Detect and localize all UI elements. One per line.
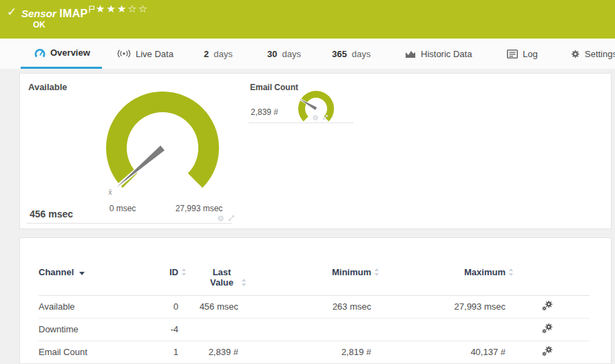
channel-last-value: 456 msec [178,295,238,318]
sensor-header: ✓ Sensor IMAP ★★★☆☆ OK [0,0,615,39]
channels-table: Channel ID Last Value Minimum Maximum [39,261,590,363]
channel-id: 1 [140,341,178,363]
tab-label: Overview [50,47,90,58]
tab-label: Log [523,49,538,59]
gears-icon [542,345,553,356]
sensor-title-prefix: Sensor [21,8,56,19]
tab-settings[interactable]: Settings [571,39,615,69]
channel-last-value [178,318,238,341]
gauge-corner-actions [312,114,329,121]
column-header-maximum[interactable]: Maximum [371,261,505,295]
flag-icon [89,6,95,13]
tab-30-days[interactable]: 30 days [267,39,301,69]
sensor-title: Sensor IMAP [21,6,95,20]
available-gauge: x̄ [94,83,231,203]
channel-minimum [238,318,371,341]
tab-bar: Overview Live Data 2 days 30 days 365 da… [0,39,615,69]
gauge-title-email-count: Email Count [250,83,298,92]
column-label: Maximum [464,267,505,277]
channel-maximum [371,318,505,341]
gauge-icon [34,48,45,58]
table-row: Available 0 456 msec 263 msec 27,993 mse… [39,295,590,318]
tab-historic-data[interactable]: Historic Data [405,39,472,69]
stars-empty[interactable]: ☆☆ [127,3,149,14]
column-header-id[interactable]: ID [140,261,178,295]
priority-stars[interactable]: ★★★☆☆ [96,3,149,15]
tab-label: Historic Data [421,49,472,59]
column-label: Channel [39,267,74,277]
gauge-settings-icon[interactable] [217,215,225,222]
channel-name[interactable]: Email Count [39,341,140,363]
tab-2-days[interactable]: 2 days [204,39,233,69]
gauge-arc [106,92,219,188]
tab-unit: days [352,49,371,59]
channel-maximum: 40,137 # [371,341,505,363]
channel-id: -4 [140,318,178,341]
gauge-corner-actions [217,215,235,222]
area-chart-icon [405,50,416,58]
column-header-last-value[interactable]: Last Value [178,261,238,295]
tab-live-data[interactable]: Live Data [117,39,174,69]
gears-icon [542,323,553,334]
channel-minimum: 263 msec [238,295,371,318]
tab-number: 2 [204,49,209,59]
sort-icon [374,268,379,277]
live-broadcast-icon [117,50,131,58]
sort-icon [241,278,247,287]
status-ok-check-icon: ✓ [7,5,17,19]
column-label: Minimum [332,267,371,277]
tab-overview[interactable]: Overview [21,39,102,69]
channel-minimum: 2,819 # [238,341,371,363]
gauge-title-available: Available [28,82,67,92]
channel-settings-button[interactable] [542,300,553,311]
channel-name[interactable]: Downtime [39,318,140,341]
tab-log[interactable]: Log [507,39,538,69]
log-list-icon [507,50,518,58]
gears-icon [542,300,553,311]
sort-icon [508,268,514,277]
gauge-min-label: 0 msec [103,204,142,213]
gear-icon [571,50,580,58]
column-label: ID [169,267,178,277]
tab-label: Live Data [136,49,174,59]
channel-maximum: 27,993 msec [371,295,505,318]
tab-365-days[interactable]: 365 days [332,39,371,69]
column-header-actions [505,261,590,295]
channel-name[interactable]: Available [39,295,140,318]
sensor-name: IMAP [59,8,87,19]
average-marker: x̄ [109,189,112,196]
gauges-panel: Available x̄ 0 msec 27,993 msec 456 msec… [19,73,612,229]
status-badge: OK [33,20,45,30]
column-header-channel[interactable]: Channel [39,261,140,295]
sort-desc-icon [79,272,85,275]
column-header-minimum[interactable]: Minimum [238,261,371,295]
gauge-expand-icon[interactable] [322,114,329,120]
column-label: Last Value [210,267,233,288]
channels-panel: Channel ID Last Value Minimum Maximum [19,237,612,364]
channel-settings-button[interactable] [542,323,553,334]
email-gauge-current-value: 2,839 # [251,107,278,117]
gauge-max-label: 27,993 msec [158,204,240,213]
gauge-expand-icon[interactable] [228,215,235,222]
divider [27,223,232,224]
tab-number: 30 [267,49,277,59]
table-header-row: Channel ID Last Value Minimum Maximum [39,261,590,295]
stars-filled[interactable]: ★★★ [96,3,127,14]
tab-unit: days [282,49,300,59]
channel-id: 0 [140,295,178,318]
gauge-current-value: 456 msec [30,208,73,220]
tab-unit: days [213,49,232,59]
channel-settings-button[interactable] [542,345,553,356]
channel-last-value: 2,839 # [178,341,238,363]
tab-number: 365 [332,49,347,59]
gauge-settings-icon[interactable] [312,114,319,121]
table-row: Downtime -4 [39,318,590,341]
divider [249,122,353,123]
tab-label: Settings [585,49,615,59]
sort-icon [181,268,187,277]
table-row: Email Count 1 2,839 # 2,819 # 40,137 # [39,341,590,363]
